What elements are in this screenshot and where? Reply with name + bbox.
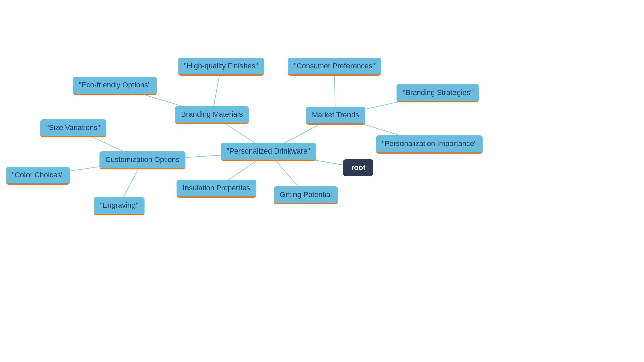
node-eco-friendly-options[interactable]: "Eco-friendly Options"	[73, 77, 157, 95]
node-engraving[interactable]: "Engraving"	[94, 197, 145, 215]
node-high-quality-finishes[interactable]: "High-quality Finishes"	[178, 58, 264, 76]
node-branding-materials[interactable]: Branding Materials	[175, 106, 249, 124]
mind-map-canvas: root"Personalized Drinkware"Branding Mat…	[0, 0, 644, 362]
connections-svg	[0, 0, 644, 362]
node-gifting-potential[interactable]: Gifting Potential	[274, 186, 338, 204]
node-customization-options[interactable]: Customization Options	[99, 151, 185, 169]
node-consumer-preferences[interactable]: "Consumer Preferences"	[288, 58, 381, 76]
node-market-trends[interactable]: Market Trends	[306, 107, 365, 125]
node-branding-strategies[interactable]: "Branding Strategies"	[397, 84, 479, 102]
node-root[interactable]: root	[343, 159, 373, 176]
node-personalization-importance[interactable]: "Personalization Importance"	[376, 135, 483, 154]
node-insulation-properties[interactable]: Insulation Properties	[177, 180, 256, 198]
node-color-choices[interactable]: "Color Choices"	[6, 167, 70, 185]
node-size-variations[interactable]: "Size Variations"	[40, 119, 106, 137]
node-personalized-drinkware[interactable]: "Personalized Drinkware"	[221, 143, 316, 161]
